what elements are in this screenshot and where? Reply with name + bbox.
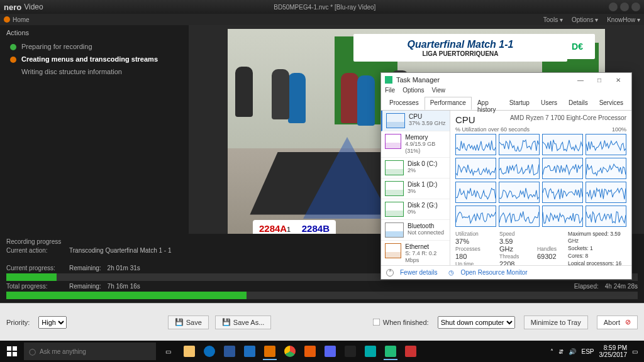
stat-sock: 1 [590,245,593,251]
tm-side-disk-1-d-[interactable]: Disk 1 (D:)3% [381,178,450,199]
tm-side-cpu[interactable]: CPU37% 3.59 GHz [381,111,450,131]
stat-maxsp-label: Maximum speed: [568,231,609,237]
tm-tab-processes[interactable]: Processes [384,97,425,110]
app-nero[interactable] [260,343,279,360]
tm-graph-label: % Utilization over 60 seconds [455,126,530,133]
open-resource-monitor-link[interactable]: Open Resource Monitor [460,269,527,276]
options-menu[interactable]: Options ▾ [572,16,598,23]
total-remaining-label: Remaining: [69,283,101,290]
action-current: Creating menus and transcoding streams [6,53,182,65]
when-finished-select[interactable]: Shut down computer [438,316,515,329]
fewer-details-icon[interactable]: ˄ [386,269,394,277]
tm-file-menu[interactable]: File [385,87,395,97]
elapsed-label: Elapsed: [574,283,599,290]
save-button[interactable]: 💾Save [168,315,209,329]
tm-tab-app-history[interactable]: App history [472,97,504,110]
maximize-window-icon[interactable] [620,3,629,11]
tm-core-graph [455,134,496,155]
start-button[interactable] [3,343,21,360]
tm-title: Task Manager [396,76,571,84]
priority-select[interactable]: High [38,316,67,329]
save-as-button[interactable]: 💾Save As... [215,315,272,329]
tools-menu[interactable]: Tools ▾ [543,16,563,23]
app-misc2[interactable] [401,343,420,360]
app-chrome[interactable] [280,343,299,360]
minimize-window-icon[interactable] [609,3,618,11]
svg-rect-2 [7,352,11,356]
de-logo: D€ [560,34,595,59]
tm-tab-startup[interactable]: Startup [504,97,535,110]
action-center-icon[interactable]: ▭ [632,348,638,355]
tm-view-menu[interactable]: View [432,87,446,97]
action-done: Preparing for recording [6,40,182,53]
progress-icon [10,57,16,63]
app-discord[interactable] [321,343,340,360]
tm-titlebar[interactable]: Task Manager — □ ✕ [381,73,631,87]
app-explorer[interactable] [180,343,199,360]
tm-side-bluetooth[interactable]: BluetoothNot connected [381,220,450,241]
tm-core-graph [455,158,496,179]
when-finished-check[interactable]: When finished: [372,318,429,326]
app-vlc[interactable] [301,343,319,360]
tm-tab-users[interactable]: Users [535,97,563,110]
tm-maximize-icon[interactable]: □ [590,77,609,84]
knowhow-menu[interactable]: KnowHow ▾ [607,16,640,23]
tm-tab-details[interactable]: Details [563,97,594,110]
tray-chevron-icon[interactable]: ˄ [550,348,553,355]
app-taskmgr[interactable] [381,343,400,360]
tm-cpu-model: AMD Ryzen 7 1700 Eight-Core Processor [510,114,626,121]
home-icon [4,16,10,23]
svg-rect-0 [7,346,11,351]
tm-side-disk-0-c-[interactable]: Disk 0 (C:)2% [381,158,450,178]
app-edge[interactable] [200,343,219,360]
app-terminal[interactable] [341,343,360,360]
stat-util-label: Utilization [455,231,488,237]
tray-time: 8:59 PM [599,344,628,351]
tm-tab-performance[interactable]: Performance [425,97,472,110]
tray-volume-icon[interactable]: 🔊 [569,348,576,355]
svg-rect-1 [13,346,17,351]
tm-side-ethernet[interactable]: EthernetS: 7.4 R: 0.2 Mbps [381,241,450,265]
save-label: Save [186,319,202,326]
orm-icon[interactable]: ◷ [448,269,454,276]
current-progress-label: Current progress: [6,265,63,272]
tm-app-icon [385,76,392,84]
nero-logo: nero [4,3,21,12]
tm-footer: ˄ Fewer details ◷ Open Resource Monitor [381,265,631,279]
tm-core-graph [542,182,583,203]
tm-options-menu[interactable]: Options [402,87,424,97]
save-as-label: Save As... [233,319,265,326]
tray-network-icon[interactable]: ⇵ [558,348,564,355]
current-remaining-label: Remaining: [69,265,101,272]
tm-core-graph [499,182,540,203]
tm-close-icon[interactable]: ✕ [609,77,628,84]
tm-side-memory[interactable]: Memory4.9/15.9 GB (31%) [381,131,450,158]
tray-lang[interactable]: ESP [581,348,594,355]
task-view-button[interactable]: ▭ [158,343,177,360]
task-manager-window[interactable]: Task Manager — □ ✕ File Options View Pro… [380,72,632,280]
tm-cpu-pane: CPU AMD Ryzen 7 1700 Eight-Core Processo… [450,111,631,265]
home-button[interactable]: Home [4,16,30,23]
elapsed-value: 4h 24m 28s [605,283,638,290]
save-as-icon: 💾 [222,318,231,326]
tm-side-disk-2-g-[interactable]: Disk 2 (G:)0% [381,199,450,220]
tm-tab-services[interactable]: Services [594,97,629,110]
app-misc1[interactable] [361,343,380,360]
minimize-tray-button[interactable]: Minimize to Tray [524,315,588,329]
nero-footer: Priority: High 💾Save 💾Save As... When fi… [0,303,644,341]
tm-minimize-icon[interactable]: — [571,77,590,84]
document-name: BD50MPEG4-1.nvc * [Blu-ray Video] [43,4,606,11]
tray-clock[interactable]: 8:59 PM 3/25/2017 [599,344,628,358]
app-store[interactable] [220,343,239,360]
close-window-icon[interactable] [631,3,640,11]
abort-button[interactable]: Abort⊘ [597,315,638,329]
match-subtitle: LIGA PUERTORRIQUENA [422,50,498,57]
windows-taskbar: ◯Ask me anything ▭ ˄ ⇵ 🔊 ESP 8:59 PM 3/2… [0,341,644,362]
app-mail[interactable] [240,343,259,360]
cortana-search[interactable]: ◯Ask me anything [24,343,156,360]
action-pending: Writing disc structure information [6,65,182,78]
current-action-key: Current action: [6,247,63,254]
fewer-details-link[interactable]: Fewer details [400,269,437,276]
stat-thr-label: Threads [499,253,526,260]
recording-section-label: Recording progress [6,238,63,245]
